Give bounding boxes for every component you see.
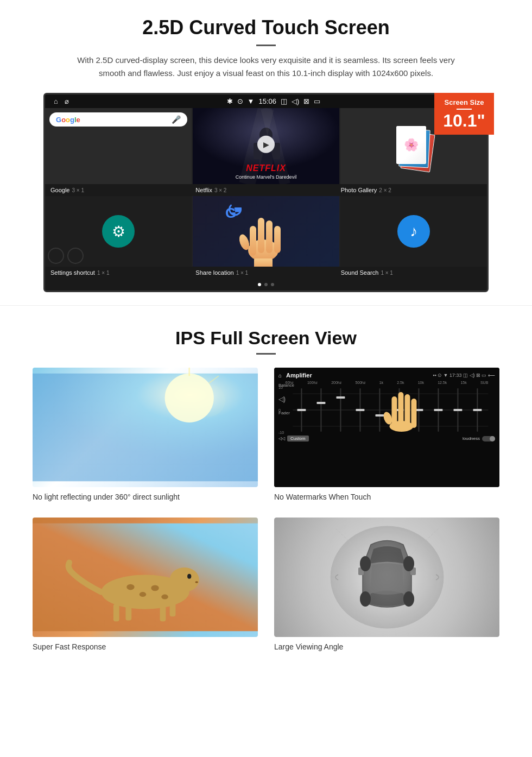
sound-search-cell[interactable]: ♪ [340, 196, 487, 267]
cheetah-caption: Super Fast Response [33, 642, 258, 651]
google-thumbnail: Google 🎤 [45, 108, 192, 184]
amp-body: 100-10 [278, 386, 495, 434]
share-location-cell[interactable]: G [193, 196, 339, 267]
dot-3 [271, 283, 274, 286]
netflix-app-size: 3 × 2 [214, 187, 227, 193]
g-logo-share: G [225, 200, 245, 222]
dot-1 [258, 283, 261, 286]
section2-divider [256, 353, 276, 355]
app-grid-row2: ⚙ [45, 196, 487, 267]
section2-title: IPS Full Screen View [33, 327, 499, 349]
svg-rect-58 [170, 600, 176, 617]
screen-size-badge: Screen Size 10.1" [434, 93, 494, 135]
svg-rect-24 [340, 388, 341, 432]
window-icon: ▭ [314, 97, 320, 105]
sunlight-caption: No light reflecting under 360° direct su… [33, 493, 258, 501]
svg-rect-57 [160, 604, 166, 622]
svg-rect-56 [125, 605, 131, 620]
app-grid-row1: Google 🎤 [45, 108, 487, 184]
share-thumbnail: G [193, 196, 339, 267]
svg-rect-26 [379, 388, 381, 432]
status-left: ⌂ ⌀ [54, 97, 69, 105]
google-search-bar[interactable]: Google 🎤 [49, 112, 187, 127]
settings-app-cell[interactable]: ⚙ [45, 196, 192, 267]
amp-display: ⌂ Amplifier ▪▪ ⊙ ▼ 17:33 ◫ ◁) ⊠ ▭ ⟵ 60hz… [274, 368, 499, 487]
svg-text:G: G [225, 205, 236, 220]
car-caption: Large Viewing Angle [274, 642, 499, 651]
badge-size: 10.1" [443, 111, 485, 130]
amp-sliders [286, 386, 495, 434]
settings-thumbnail: ⚙ [45, 196, 192, 267]
svg-rect-55 [113, 604, 119, 622]
svg-point-54 [161, 595, 168, 600]
gallery-label-item: Photo Gallery 2 × 2 [337, 187, 482, 193]
svg-rect-35 [356, 409, 365, 411]
title-divider [256, 45, 276, 46]
netflix-subtitle: Continue Marvel's Daredevil [197, 174, 335, 180]
sky-svg [33, 368, 258, 487]
cheetah-visual [33, 518, 258, 637]
section1-description: With 2.5D curved-display screen, this de… [76, 54, 456, 80]
svg-rect-44 [398, 392, 404, 427]
time-display: 15:06 [258, 97, 276, 105]
amp-custom-btn[interactable]: Custom [287, 436, 309, 441]
status-bar: ⌂ ⌀ ✱ ⊙ ▼ 15:06 ◫ ◁) ⊠ ▭ [45, 94, 487, 108]
google-app-cell[interactable]: Google 🎤 [45, 108, 192, 184]
svg-rect-45 [405, 394, 410, 428]
watermark-image: ⌂ Amplifier ▪▪ ⊙ ▼ 17:33 ◫ ◁) ⊠ ▭ ⟵ 60hz… [274, 368, 499, 487]
settings-app-name: Settings shortcut [50, 269, 95, 276]
app-labels-row1: Google 3 × 1 Netflix 3 × 2 Photo Gallery… [45, 184, 487, 196]
dot-2 [264, 283, 268, 286]
svg-rect-39 [434, 409, 443, 411]
settings-app-size: 1 × 1 [97, 270, 110, 276]
ghost-circles [48, 248, 84, 264]
svg-point-59 [187, 574, 191, 579]
close-icon: ⊠ [303, 97, 309, 105]
mic-icon[interactable]: 🎤 [172, 115, 181, 124]
music-icon: ♪ [397, 215, 430, 248]
feature-watermark: ⌂ Amplifier ▪▪ ⊙ ▼ 17:33 ◫ ◁) ⊠ ▭ ⟵ 60hz… [274, 368, 499, 501]
svg-point-69 [403, 591, 414, 607]
svg-rect-14 [254, 258, 273, 267]
svg-point-16 [165, 374, 214, 422]
camera-icon: ◫ [281, 97, 287, 105]
svg-rect-10 [258, 218, 264, 253]
gallery-stack: 🌸 [395, 122, 433, 171]
svg-rect-23 [321, 388, 322, 432]
features-grid: No light reflecting under 360° direct su… [33, 368, 499, 651]
amp-side-labels: Balance ◁) Fader [278, 383, 294, 415]
bluetooth-icon: ✱ [227, 97, 233, 105]
svg-rect-15 [33, 374, 258, 481]
svg-rect-34 [337, 396, 345, 399]
amp-toggle[interactable] [482, 436, 495, 441]
google-app-size: 3 × 1 [72, 187, 84, 193]
svg-point-50 [170, 567, 199, 592]
svg-rect-41 [473, 409, 482, 411]
feature-car: Large Viewing Angle [274, 518, 499, 651]
svg-point-67 [403, 556, 414, 571]
play-button[interactable]: ▶ [257, 136, 275, 153]
watermark-caption: No Watermarks When Touch [274, 493, 499, 501]
app-labels-row2: Settings shortcut 1 × 1 Share location 1… [45, 267, 487, 279]
signal-icon: ▼ [248, 97, 255, 105]
badge-dash [457, 109, 472, 110]
cheetah-svg [33, 518, 258, 637]
svg-point-52 [140, 592, 147, 597]
google-label-item: Google 3 × 1 [50, 187, 191, 193]
netflix-overlay: NETFLIX Continue Marvel's Daredevil [193, 159, 339, 184]
netflix-app-cell[interactable]: ▶ NETFLIX Continue Marvel's Daredevil [193, 108, 339, 184]
amp-freq-labels: 60hz100hz200hz500hz1k2.5k10k12.5k15kSUB [278, 381, 495, 384]
svg-rect-9 [250, 226, 256, 256]
section-ips-screen: IPS Full Screen View [0, 305, 532, 667]
svg-rect-36 [376, 414, 384, 417]
home-icon[interactable]: ⌂ [54, 97, 58, 105]
share-app-name: Share location [195, 269, 233, 276]
car-image [274, 518, 499, 637]
flower-icon: 🌸 [404, 138, 419, 152]
svg-rect-32 [297, 409, 306, 411]
badge-label: Screen Size [439, 98, 490, 106]
svg-rect-46 [411, 399, 417, 428]
section-curved-screen: 2.5D Curved Touch Screen With 2.5D curve… [0, 0, 532, 305]
settings-icon: ⚙ [102, 215, 135, 248]
netflix-app-name: Netflix [195, 187, 212, 193]
